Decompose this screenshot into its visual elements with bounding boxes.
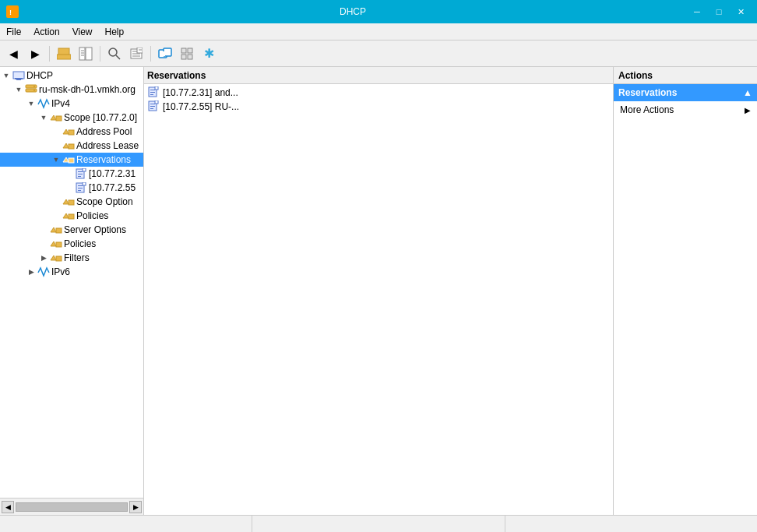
svg-rect-19 — [160, 51, 165, 56]
svg-rect-38 — [78, 176, 81, 177]
svg-rect-48 — [56, 242, 62, 247]
tree-item-server-options[interactable]: ▶ Server Options — [0, 223, 143, 237]
minimize-button[interactable]: ─ — [687, 4, 707, 19]
maximize-button[interactable]: □ — [709, 4, 729, 19]
window-controls: ─ □ ✕ — [687, 4, 751, 19]
expand-reservations[interactable]: ▼ — [50, 153, 62, 166]
content-item-1-label: [10.77.2.55] RU-... — [163, 101, 239, 112]
content-item-0[interactable]: [10.77.2.31] and... — [144, 86, 613, 100]
address-pool-icon — [62, 126, 75, 137]
expand-scope[interactable]: ▼ — [37, 111, 50, 124]
res1-icon — [75, 168, 87, 179]
close-button[interactable]: ✕ — [731, 4, 751, 19]
reservations-icon — [62, 154, 75, 165]
expand-server[interactable]: ▼ — [12, 83, 25, 96]
tree-item-res1[interactable]: ▶ [10.77.2.31 — [0, 167, 143, 181]
tree-item-reservations[interactable]: ▼ Reservations — [0, 153, 143, 167]
status-section-2 — [252, 516, 505, 532]
svg-rect-33 — [69, 144, 74, 149]
actions-header-label: Actions — [618, 70, 653, 81]
expand-policies: ▶ — [50, 210, 62, 222]
svg-rect-23 — [188, 55, 192, 59]
scope-options-icon — [62, 196, 75, 207]
svg-rect-51 — [150, 90, 155, 90]
expand-ipv4[interactable]: ▼ — [25, 97, 37, 110]
tree-scroll-right[interactable]: ▶ — [129, 501, 142, 513]
view-button[interactable] — [177, 44, 197, 64]
svg-rect-57 — [150, 106, 155, 107]
forward-button[interactable]: ▶ — [25, 44, 45, 64]
menu-help[interactable]: Help — [99, 23, 131, 41]
back-button[interactable]: ◀ — [3, 44, 23, 64]
svg-text:!: ! — [9, 9, 12, 16]
tree-toggle-button[interactable] — [76, 44, 96, 64]
actions-panel: Actions Reservations ▲ More Actions ▶ — [613, 67, 757, 515]
toolbar-separator-1 — [49, 46, 50, 62]
tree-item-policies[interactable]: ▶ Policies — [0, 209, 143, 223]
expand-filters[interactable]: ▶ — [37, 252, 50, 264]
svg-rect-41 — [78, 185, 83, 186]
tree-label-server-policies: Policies — [64, 238, 96, 249]
tree-label-server: ru-msk-dh-01.vmkh.org — [39, 84, 136, 95]
tree-panel: ▼ DHCP ▼ — [0, 67, 144, 515]
asterisk-button[interactable]: ✱ — [199, 44, 219, 64]
filters-icon — [50, 252, 62, 263]
ipv6-icon — [37, 266, 50, 277]
tree-scroll-bar[interactable]: ◀ ▶ — [0, 498, 143, 515]
menu-file[interactable]: File — [0, 23, 27, 41]
search-button[interactable] — [104, 44, 125, 64]
svg-rect-43 — [78, 190, 81, 191]
svg-rect-24 — [13, 72, 24, 79]
menu-action[interactable]: Action — [27, 23, 65, 41]
tree-item-filters[interactable]: ▶ Filters — [0, 251, 143, 265]
tree-item-res2[interactable]: ▶ [10.77.2.55 — [0, 181, 143, 195]
tree-label-server-options: Server Options — [64, 224, 126, 235]
tree-item-scope[interactable]: ▼ Scope [10.77.2.0] — [0, 111, 143, 125]
tree-item-address-pool[interactable]: ▶ Address Pool — [0, 125, 143, 139]
tree-item-ipv4[interactable]: ▼ IPv4 — [0, 97, 143, 111]
svg-rect-59 — [155, 100, 158, 104]
export-button[interactable] — [126, 44, 146, 64]
window-title: DHCP — [19, 6, 687, 17]
tree-item-ipv6[interactable]: ▶ IPv6 — [0, 265, 143, 279]
svg-rect-39 — [83, 168, 86, 171]
expand-ipv6[interactable]: ▶ — [25, 266, 37, 278]
toolbar: ◀ ▶ — [0, 41, 757, 67]
svg-rect-53 — [150, 94, 153, 95]
tree-scroll-left[interactable]: ◀ — [2, 501, 14, 513]
tree-item-address-leases[interactable]: ▶ Address Lease — [0, 139, 143, 153]
expand-res1: ▶ — [62, 167, 75, 180]
expand-res2: ▶ — [62, 181, 75, 194]
actions-header: Actions — [614, 67, 757, 84]
tree-item-dhcp[interactable]: ▼ DHCP — [0, 69, 143, 83]
tree-item-server[interactable]: ▼ ru-msk-dh-01.vmkh.org — [0, 83, 143, 97]
tree-item-scope-options[interactable]: ▶ Scope Option — [0, 195, 143, 209]
content-item-1[interactable]: [10.77.2.55] RU-... — [144, 100, 613, 114]
svg-rect-49 — [56, 256, 62, 261]
svg-line-10 — [116, 55, 120, 59]
menu-view[interactable]: View — [66, 23, 99, 41]
tree-label-scope-options: Scope Option — [76, 196, 133, 207]
expand-address-leases: ▶ — [50, 139, 62, 152]
status-bar — [0, 515, 757, 532]
svg-rect-5 — [86, 48, 92, 60]
actions-section-reservations[interactable]: Reservations ▲ — [614, 84, 757, 101]
scope-icon — [50, 112, 62, 123]
main-layout: ▼ DHCP ▼ — [0, 67, 757, 515]
content-title: Reservations — [147, 70, 610, 81]
toolbar-separator-2 — [100, 46, 100, 62]
dhcp-icon — [12, 70, 25, 81]
app-icon: ! — [6, 5, 19, 18]
svg-rect-22 — [181, 55, 186, 59]
tree-scroll-thumb[interactable] — [16, 502, 128, 512]
toolbar-separator-3 — [150, 46, 151, 62]
svg-rect-42 — [78, 188, 83, 188]
expand-scope-options: ▶ — [50, 196, 62, 208]
content-list: [10.77.2.31] and... [10.77.2.55] RU-... — [144, 84, 613, 515]
connect-button[interactable] — [155, 44, 175, 64]
actions-more-actions[interactable]: More Actions ▶ — [614, 101, 757, 118]
expand-dhcp[interactable]: ▼ — [0, 69, 12, 82]
up-button[interactable] — [54, 44, 74, 64]
svg-rect-21 — [188, 48, 192, 53]
tree-item-server-policies[interactable]: ▶ Policies — [0, 237, 143, 251]
